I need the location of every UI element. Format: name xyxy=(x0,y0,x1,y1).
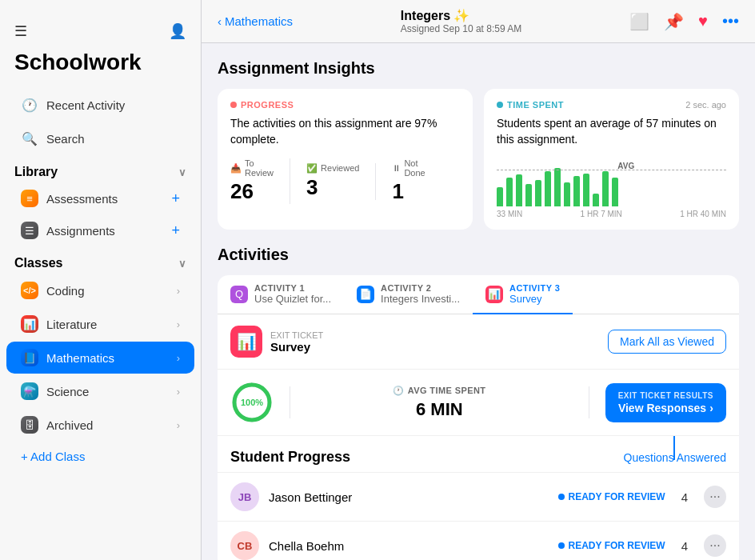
classes-section-header[interactable]: Classes ∨ xyxy=(0,246,201,274)
activity-panel-name: Survey xyxy=(270,340,323,354)
student-more-button-jb[interactable]: ··· xyxy=(704,486,726,508)
sidebar-toggle-button[interactable]: ☰ xyxy=(11,19,30,43)
vertical-divider-2 xyxy=(589,386,589,418)
chart-bar xyxy=(612,178,618,206)
search-icon: 🔍 xyxy=(21,130,38,147)
sidebar-item-label: Assessments xyxy=(46,192,118,206)
topbar: ‹ Mathematics Integers ✨ Assigned Sep 10… xyxy=(202,0,755,43)
student-more-button-cb[interactable]: ··· xyxy=(704,534,726,557)
activities-section: Activities Q ACTIVITY 1 Use Quizlet for.… xyxy=(218,246,739,560)
student-progress-section: Student Progress Questions Answered JB J… xyxy=(218,438,739,560)
time-ago: 2 sec. ago xyxy=(685,100,726,110)
sidebar-item-search[interactable]: 🔍 Search xyxy=(6,122,194,154)
topbar-actions: ⬜ 📌 ♥ ••• xyxy=(629,12,739,31)
exit-ticket-results-label: EXIT TICKET RESULTS xyxy=(618,391,713,400)
time-label: TIME SPENT xyxy=(497,100,564,110)
progress-text: The activities on this assignment are 97… xyxy=(230,116,460,147)
sidebar-item-coding[interactable]: </> Coding › xyxy=(6,274,194,306)
sidebar-item-label: Literature xyxy=(46,318,97,331)
tab-activity2[interactable]: 📄 ACTIVITY 2 Integers Investi... xyxy=(344,275,473,314)
sidebar-item-literature[interactable]: 📊 Literature › xyxy=(6,308,194,340)
back-button[interactable]: ‹ Mathematics xyxy=(218,14,293,28)
assignment-icon: ☰ xyxy=(21,222,38,239)
sidebar-item-label: Science xyxy=(46,385,89,398)
student-row: CB Chella Boehm READY FOR REVIEW 4 ··· xyxy=(218,521,739,560)
chart-bar xyxy=(497,187,503,206)
sidebar-item-label: Assignments xyxy=(46,224,115,238)
activity-progress-row: 100% 🕐 AVG TIME SPENT 6 MIN EXIT TICKET … xyxy=(218,370,739,436)
chevron-right-icon: › xyxy=(177,419,180,431)
time-text: Students spent an average of 57 minutes … xyxy=(497,116,726,147)
view-responses-label: View Responses xyxy=(618,402,706,414)
chart-bar xyxy=(535,180,541,207)
student-name-cb: Chella Boehm xyxy=(269,539,549,553)
time-card: TIME SPENT 2 sec. ago Students spent an … xyxy=(484,89,739,230)
time-dot xyxy=(497,102,503,108)
insights-row: PROGRESS The activities on this assignme… xyxy=(218,89,739,230)
activity2-icon: 📄 xyxy=(357,286,374,303)
chart-x-label-3: 1 HR 40 MIN xyxy=(680,210,726,218)
profile-button[interactable]: 👤 xyxy=(166,19,190,43)
mark-all-viewed-button[interactable]: Mark All as Viewed xyxy=(608,330,726,354)
chart-bar xyxy=(564,182,570,206)
content-area: Assignment Insights PROGRESS The activit… xyxy=(202,43,755,560)
activity2-num: ACTIVITY 2 xyxy=(381,283,460,293)
clock-icon: 🕐 xyxy=(393,386,404,396)
student-row: JB Jason Bettinger READY FOR REVIEW 4 ··… xyxy=(218,472,739,521)
heart-icon[interactable]: ♥ xyxy=(698,12,708,30)
activities-title: Activities xyxy=(218,246,739,264)
more-icon[interactable]: ••• xyxy=(722,12,739,30)
add-assessment-icon[interactable]: + xyxy=(171,190,180,207)
chart-bar xyxy=(525,184,532,206)
pin-icon[interactable]: 📌 xyxy=(664,12,684,31)
avatar-jb: JB xyxy=(230,482,259,511)
library-label: Library xyxy=(14,165,58,179)
chart-bar xyxy=(593,194,599,206)
chart-avg-label: AVG xyxy=(617,162,634,170)
add-class-button[interactable]: + Add Class xyxy=(6,442,194,470)
stat-to-review: 📥 To Review 26 xyxy=(230,158,290,204)
main-panel: ‹ Mathematics Integers ✨ Assigned Sep 10… xyxy=(202,0,755,560)
student-count-jb: 4 xyxy=(681,490,688,504)
progress-label: PROGRESS xyxy=(230,100,460,110)
back-arrow-icon: ‹ xyxy=(218,14,222,28)
chevron-down-icon: ∨ xyxy=(178,258,186,270)
student-progress-header: Student Progress Questions Answered xyxy=(218,438,739,472)
sidebar-item-assessments[interactable]: ≡ Assessments + xyxy=(6,183,194,214)
clock-icon: 🕐 xyxy=(21,96,38,114)
math-icon: 📘 xyxy=(21,349,38,366)
time-card-header: TIME SPENT 2 sec. ago xyxy=(497,100,726,116)
tab-activity3[interactable]: 📊 ACTIVITY 3 Survey xyxy=(473,275,573,314)
avg-time-block: 🕐 AVG TIME SPENT 6 MIN xyxy=(306,386,573,420)
coding-icon: </> xyxy=(21,282,38,299)
assignment-subtitle: Assigned Sep 10 at 8:59 AM xyxy=(401,23,521,34)
to-review-icon: 📥 xyxy=(230,163,242,174)
sidebar-item-recent-activity[interactable]: 🕐 Recent Activity xyxy=(6,89,194,121)
chevron-down-icon: ∨ xyxy=(178,166,186,178)
circle-progress: 100% xyxy=(230,381,274,424)
chart-x-label-1: 33 MIN xyxy=(497,210,522,218)
not-done-icon: ⏸ xyxy=(392,163,401,173)
chart-bar xyxy=(516,174,522,206)
chart-bar xyxy=(545,171,551,206)
ready-dot xyxy=(558,542,565,549)
sidebar-item-science[interactable]: ⚗️ Science › xyxy=(6,375,194,407)
library-section-header[interactable]: Library ∨ xyxy=(0,155,201,182)
sparkle-icon: ✨ xyxy=(453,8,469,23)
stat-not-done: ⏸ Not Done 1 xyxy=(392,158,444,204)
tab-activity1[interactable]: Q ACTIVITY 1 Use Quizlet for... xyxy=(218,275,344,314)
sidebar-item-archived[interactable]: 🗄 Archived › xyxy=(6,409,194,441)
add-assignment-icon[interactable]: + xyxy=(171,222,180,239)
app-title: Schoolwork xyxy=(0,43,201,88)
activity2-name: Integers Investi... xyxy=(381,293,460,305)
activity3-num: ACTIVITY 3 xyxy=(509,283,560,293)
view-responses-button[interactable]: EXIT TICKET RESULTS View Responses › xyxy=(605,383,726,422)
connector-line xyxy=(673,436,675,460)
reviewed-icon: ✅ xyxy=(306,163,318,174)
sidebar-item-mathematics[interactable]: 📘 Mathematics › xyxy=(6,342,194,374)
sidebar-item-assignments[interactable]: ☰ Assignments + xyxy=(6,215,194,246)
share-icon[interactable]: ⬜ xyxy=(629,12,649,31)
ready-badge-jb: READY FOR REVIEW xyxy=(558,491,665,502)
student-count-cb: 4 xyxy=(681,539,688,553)
back-label: Mathematics xyxy=(225,14,293,28)
